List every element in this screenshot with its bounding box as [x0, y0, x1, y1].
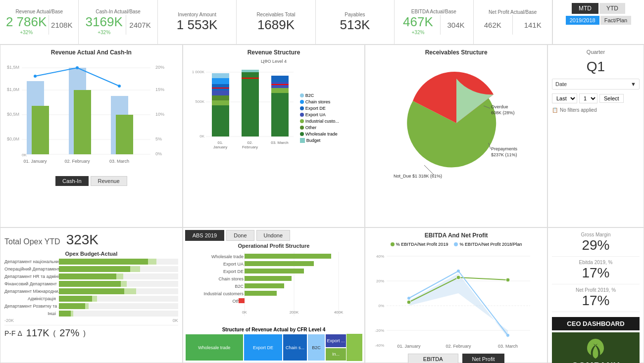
- chart-structure-panel: Revenue Structure ЦФО Level 4 1 000K 500…: [183, 45, 365, 227]
- kpi-netprofit-actual: 462K: [484, 21, 501, 29]
- gross-margin-value: 29%: [552, 237, 640, 253]
- treemap-exportua: Export ...: [325, 334, 347, 348]
- ytd-button[interactable]: YTD: [599, 3, 625, 14]
- kpi-revenue-actual: 2 786K: [6, 14, 47, 30]
- date-label: Date: [555, 81, 567, 87]
- toggle-cashin[interactable]: Cash-In: [55, 176, 89, 186]
- ebitda-pct-section: Ebitda 2019, % 17%: [552, 260, 640, 284]
- abs-2019-button[interactable]: ABS 2019: [185, 230, 225, 241]
- filter-row: Last 1 Select: [552, 93, 640, 103]
- ops-profit-svg: Wholesale trade Export UA Export DE Chai…: [185, 252, 348, 323]
- ebitda-legend: % EBITDA/Net Profit 2019 % EBITDA/Net Pr…: [369, 242, 543, 247]
- chart-revenue-title: Revenue Actual And Cash-In: [4, 49, 178, 56]
- treemap-b2c: B2C: [307, 334, 325, 361]
- label-prepayments: Prepayments: [491, 146, 518, 151]
- svg-text:01. January: 01. January: [23, 159, 47, 164]
- ops-profit-title: Operational Profit Structure: [185, 243, 363, 249]
- svg-text:0K: 0K: [242, 310, 247, 315]
- toggle-revenue[interactable]: Revenue: [91, 176, 127, 186]
- svg-text:Industrial customers: Industrial customers: [203, 291, 244, 296]
- structure-legend: ЦФО Level 4: [187, 59, 361, 64]
- opex-panel: Total Opex YTD 323K Opex Budget-Actual Д…: [0, 227, 183, 363]
- dept-bar-5: Департамент Міжнародни...: [4, 288, 178, 294]
- svg-text:02. February: 02. February: [446, 344, 472, 349]
- pf-paren-close: ): [83, 329, 86, 337]
- opex-bars: Департамент національни... Операційний Д…: [4, 259, 178, 317]
- svg-text:February: February: [242, 145, 258, 149]
- ops-bar-wholesale: [245, 254, 331, 259]
- treemap-row1: Wholesale trade Export DE Chain s... B2C…: [185, 334, 363, 361]
- svg-text:01.: 01.: [217, 140, 223, 145]
- svg-text:0K: 0K: [22, 153, 27, 157]
- svg-text:Wholesale trade: Wholesale trade: [211, 254, 244, 259]
- pf-pct: 27%: [59, 327, 79, 339]
- kpi-receivables-value: 1689K: [242, 17, 310, 33]
- kpi-ebitda: EBITDA Actual/Base 467K +32% 304K: [395, 0, 473, 44]
- svg-text:5%: 5%: [155, 136, 162, 141]
- kpi-inventory-value: 1 553K: [163, 17, 231, 33]
- gross-margin-section: Gross Margin 29%: [552, 232, 640, 257]
- bar-exportua-jan: [212, 91, 229, 95]
- right-panel-top: Quarter Q1 Date ▼ Last 1 Select 📋 No fil…: [547, 45, 644, 227]
- svg-text:20%: 20%: [155, 65, 164, 70]
- ebitda-button[interactable]: EBITDA: [408, 354, 458, 363]
- kpi-netprofit-title: Net Profit Actual/Base: [479, 9, 547, 15]
- svg-text:Export DE: Export DE: [223, 269, 244, 274]
- date-selector[interactable]: Date ▼: [552, 79, 640, 90]
- kpi-netprofit-base: 141K: [524, 21, 542, 29]
- ebitda-dot-mar: [506, 278, 510, 282]
- ebitda-dot-2018-mar: [506, 334, 509, 337]
- last-select[interactable]: Last: [552, 93, 577, 103]
- ebitda-dot-2018-feb: [457, 270, 460, 272]
- opex-title: Total Opex YTD: [4, 237, 60, 246]
- svg-text:03. March: 03. March: [498, 344, 518, 349]
- svg-text:40%: 40%: [376, 254, 384, 259]
- svg-text:20%: 20%: [376, 279, 384, 283]
- netprofit-button[interactable]: Net Profit: [462, 354, 505, 363]
- ops-profit-panel: ABS 2019 Done Undone Operational Profit …: [183, 227, 365, 363]
- opex-value: 323K: [66, 232, 99, 248]
- bar-revenue-feb: [74, 90, 91, 154]
- svg-text:02.: 02.: [247, 140, 252, 145]
- svg-text:0%: 0%: [155, 151, 162, 156]
- dot-cashin-feb: [76, 66, 79, 69]
- undone-button[interactable]: Undone: [256, 230, 291, 241]
- structure-chart-svg: 1 000K 500K 0K: [187, 66, 296, 170]
- mtd-button[interactable]: MTD: [572, 3, 598, 14]
- kpi-ebitda-actual: 467K: [403, 14, 433, 30]
- done-button[interactable]: Done: [226, 230, 254, 241]
- dot-cashin-mar: [118, 85, 121, 88]
- factplan-button[interactable]: Fact/Plan: [600, 16, 631, 25]
- kpi-cashin: Cash-In Actual/Base 3169K +32% 2407K: [79, 0, 157, 44]
- quarter-value: Q1: [552, 59, 640, 75]
- treemap-wholesale: Wholesale trade: [185, 334, 244, 361]
- svg-text:500K: 500K: [195, 99, 204, 104]
- ebitda-dot-feb: [456, 275, 460, 279]
- chart-revenue-panel: Revenue Actual And Cash-In $1,5M $1,0M $…: [0, 45, 183, 227]
- net-profit-pct-value: 17%: [552, 293, 640, 309]
- svg-text:-40%: -40%: [375, 343, 385, 348]
- bar-wholesale-jan: [212, 105, 229, 136]
- bar-wholesale-mar: [271, 93, 289, 136]
- ops-bar-industrial: [245, 291, 277, 296]
- net-profit-pct-section: Net Profit 2019, % 17%: [552, 287, 640, 312]
- bar-chain-jan: [212, 78, 229, 84]
- dept-bar-2: Операційний Департамент: [4, 266, 178, 272]
- svg-text:$0,5M: $0,5M: [7, 112, 19, 117]
- bar-industrial-jan: [212, 100, 229, 105]
- num-select[interactable]: 1: [579, 93, 597, 103]
- svg-text:$1,0M: $1,0M: [7, 87, 19, 92]
- treemap-extra: [347, 334, 362, 361]
- pf-delta-row: P-F Δ 117K ( 27% ): [4, 325, 178, 339]
- svg-text:-20%: -20%: [375, 328, 385, 333]
- pf-paren-open: (: [53, 329, 56, 337]
- treemap-right: Export ... In...: [325, 334, 347, 361]
- kpi-cashin-pct: +32%: [86, 30, 123, 35]
- kpi-netprofit: Net Profit Actual/Base 462K 141K: [474, 0, 552, 44]
- kpi-revenue: Revenue Actual/Base 2 786K +32% 2108K: [0, 0, 79, 44]
- select-button[interactable]: Select: [599, 94, 624, 103]
- period-button[interactable]: 2019/2018: [566, 16, 599, 25]
- svg-text:January: January: [213, 145, 227, 149]
- svg-text:$237K (11%): $237K (11%): [491, 152, 517, 157]
- chevron-down-icon: ▼: [631, 81, 636, 87]
